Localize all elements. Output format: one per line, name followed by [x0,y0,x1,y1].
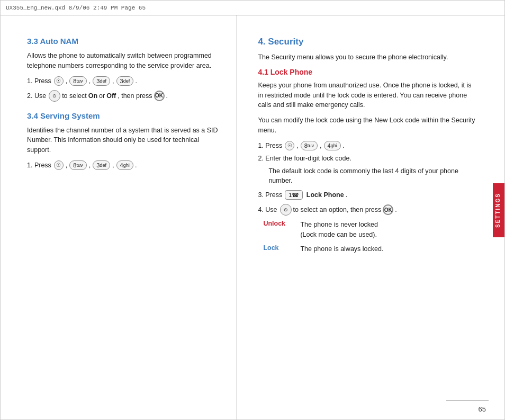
key-nav-2: ⊙ [280,204,292,216]
lock-phone-label: Lock Phone [304,191,344,199]
lock-label: Lock [263,244,300,252]
section-4-1-paragraph2: You can modify the lock code using the N… [258,115,477,136]
section-4-1-step1: 1. Press ☉ , 8tuv , 4ghi . [258,141,477,150]
section-3-3: 3.3 Auto NAM Allows the phone to automat… [27,37,220,102]
key-3def-3: 3def [93,160,110,170]
bottom-divider [446,400,489,401]
right-column: 4. Security The Security menu allows you… [237,15,493,419]
step2-text: 2. Enter the four-digit lock code. [258,155,351,162]
header-text: UX355_Eng_new.qxd 8/9/06 2:49 PM Page 65 [6,5,146,11]
section-3-3-heading: 3.3 Auto NAM [27,37,220,46]
section-3-4-heading: 3.4 Serving System [27,111,220,120]
key-3def-2: 3def [116,76,134,86]
section-4-1-step3: 3. Press 1☎ Lock Phone . [258,190,477,200]
section-3-3-step2: 2. Use ⊙ to select On or Off , then pres… [27,90,220,102]
lock-description: The phone is always locked. [300,244,477,254]
section-3-4-paragraph: Identifies the channel number of a syste… [27,126,220,155]
settings-side-tab: SETTINGS [493,183,504,237]
section-4: 4. Security The Security menu allows you… [258,37,477,62]
section-3-3-step1: 1. Press ☉ , 8tuv , 3def , 3def . [27,76,220,86]
key-8tuv: 8tuv [69,76,86,86]
key-3def-1: 3def [93,76,110,86]
key-ok-2: OK [383,204,393,215]
option-unlock: Unlock The phone is never locked(Lock mo… [263,220,477,240]
section-4-1-step2-indent: The default lock code is commonly the la… [258,166,477,186]
key-8tuv-2: 8tuv [69,160,86,170]
key-8tuv-3: 8tuv [301,141,318,150]
step1-prefix: 1. Press [27,77,51,85]
section-4-paragraph: The Security menu allows you to secure t… [258,52,477,62]
key-nav-1: ⊙ [49,90,60,102]
page-container: UX355_Eng_new.qxd 8/9/06 2:49 PM Page 65… [0,0,505,420]
section-4-1: 4.1 Lock Phone Keeps your phone from una… [258,68,477,254]
key-4ghi-1: 4ghi [116,160,133,170]
left-column: 3.3 Auto NAM Allows the phone to automat… [1,15,237,419]
section-3-3-paragraph: Allows the phone to automatically switch… [27,51,220,71]
key-menu-2: ☉ [54,160,64,170]
unlock-description: The phone is never locked(Lock mode can … [300,220,477,240]
key-menu: ☉ [54,76,64,86]
section-4-1-step2: 2. Enter the four-digit lock code. [258,155,477,162]
section-4-1-heading: 4.1 Lock Phone [258,68,477,76]
content-area: 3.3 Auto NAM Allows the phone to automat… [1,15,493,419]
option-lock: Lock The phone is always locked. [263,244,477,254]
section-4-1-paragraph1: Keeps your phone from unauthorized use. … [258,81,477,110]
key-4ghi-2: 4ghi [324,141,341,150]
page-number: 65 [479,405,486,413]
key-ok-1: OK [154,91,165,101]
section-4-1-step4: 4. Use ⊙ to select an option, then press… [258,204,477,216]
unlock-label: Unlock [263,220,300,227]
section-4-heading: 4. Security [258,37,477,47]
key-menu-3: ☉ [285,141,294,150]
section-3-4-step1: 1. Press ☉ , 8tuv , 3def , 4ghi . [27,160,220,170]
header-bar: UX355_Eng_new.qxd 8/9/06 2:49 PM Page 65 [1,1,504,15]
section-3-4: 3.4 Serving System Identifies the channe… [27,111,220,170]
key-lockphone: 1☎ [285,190,303,200]
options-container: Unlock The phone is never locked(Lock mo… [258,220,477,254]
